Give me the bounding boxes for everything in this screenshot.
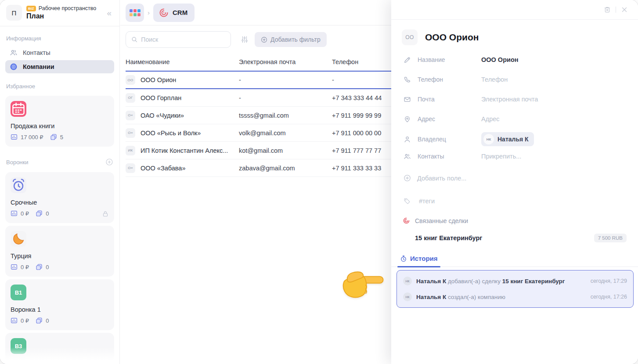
close-icon[interactable] [620,6,628,14]
history-text: Наталья К добавил(-а) сделку 15 книг Ека… [416,278,586,285]
funnel-icon [11,177,26,193]
card-title: Воронка 3 [11,360,109,364]
search-icon [131,36,137,43]
history-entry[interactable]: НК Наталья К создал(-а) компанию сегодня… [397,289,633,305]
column-header-email[interactable]: Электронная почта [239,58,332,65]
lock-icon [102,210,109,217]
field-value[interactable]: Электронная почта [481,96,538,103]
field-icon [404,56,411,64]
card-count: 5 [60,134,63,141]
search-input[interactable] [141,36,225,43]
field-label: Почта [418,96,481,103]
contacts-placeholder[interactable]: Прикрепить... [481,153,521,160]
tab-history[interactable]: История [397,252,440,267]
field-value[interactable]: Телефон [481,76,508,83]
sidebar-item-companies[interactable]: Компании [5,60,114,73]
biz-badge: BIZ [26,6,36,11]
chart-icon [11,263,18,270]
favorite-card-prodazha-knigi[interactable]: Продажа книги 17 000 ₽ 5 [5,96,114,147]
drawer-tabs: История [391,252,638,267]
search-box [126,31,231,48]
card-stats: 0 ₽ 0 [11,210,109,217]
owner-name: Наталья К [497,136,529,143]
owner-row: Владелец НК Наталья К [391,132,638,146]
deals-count-icon [50,133,57,141]
user-icon [404,136,411,143]
chart-icon [11,210,18,217]
apps-grid-icon [130,9,141,16]
tags-row: #теги [391,198,638,205]
workspace-name: План [26,12,101,20]
field-row: Адрес Адрес [391,112,638,126]
field-row: Название ООО Орион [391,53,638,66]
breadcrumb-crm[interactable]: CRM [153,4,195,22]
funnel-card[interactable]: В1 Воронка 1 0 ₽ 0 [5,279,114,330]
sidebar-item-label: Компании [23,63,54,70]
contacts-row: Контакты Прикрепить... [391,150,638,163]
field-row: Почта Электронная почта [391,93,638,106]
globe-icon [10,63,18,71]
column-header-name[interactable]: Наименование [126,58,239,65]
collapse-sidebar-icon[interactable]: « [105,8,113,18]
history-entry[interactable]: НК Наталья К добавил(-а) сделку 15 книг … [397,273,633,289]
company-email: kot@gmail.com [239,147,332,154]
field-list: Название ООО Орион Телефон Телефон Почта… [391,53,638,126]
card-title: Воронка 1 [11,306,109,313]
delete-icon[interactable] [603,6,611,14]
sidebar: П BIZ Рабочее пространство План « Информ… [0,0,120,364]
workspace-header: П BIZ Рабочее пространство План « [0,0,119,25]
funnel-card[interactable]: В3 Воронка 3 0 ₽ 0 [5,333,114,364]
crm-logo-icon [159,7,169,18]
card-stats: 0 ₽ 0 [11,317,109,324]
contacts-label: Контакты [418,153,481,160]
tags-input-placeholder[interactable]: #теги [419,198,435,205]
field-icon [404,96,411,103]
chart-icon [11,317,18,324]
history-text: Наталья К создал(-а) компанию [416,294,586,300]
company-avatar: О« [126,128,135,138]
company-name: ООО Орион [141,76,176,83]
plus-circle-icon [261,36,267,43]
deals-count-icon [36,263,43,270]
company-avatar: ОО [126,75,135,85]
field-label: Название [418,56,481,63]
history-highlight-box: НК Наталья К добавил(-а) сделку 15 книг … [396,270,634,308]
company-name: ООО «Забава» [141,165,185,172]
card-stats: 0 ₽ 0 [11,263,109,270]
add-filter-label: Добавить фильтр [270,36,321,43]
section-label-funnels: Воронки [0,149,119,169]
card-amount: 0 ₽ [21,264,29,270]
add-filter-button[interactable]: Добавить фильтр [255,32,327,47]
tab-history-label: История [410,255,438,262]
funnel-icon: В3 [11,338,26,354]
history-timestamp: сегодня, 17:29 [591,278,627,284]
add-funnel-icon[interactable] [105,158,113,166]
workspace-type-label: Рабочее пространство [39,5,96,11]
company-name: ООО «Рысь и Волк» [141,130,201,137]
funnel-card[interactable]: Турция 0 ₽ 0 [5,226,114,277]
card-count: 0 [46,210,49,217]
workspace-avatar[interactable]: П [6,5,22,21]
actor-avatar: НК [403,292,412,301]
company-email: tssss@gmail.com [239,112,332,119]
funnel-card[interactable]: Срочные 0 ₽ 0 [5,172,114,223]
tag-icon [404,198,411,205]
filter-sliders-icon[interactable] [241,36,249,43]
sidebar-item-contacts[interactable]: Контакты [5,46,114,59]
field-value[interactable]: Адрес [481,115,500,123]
related-deals-label: Связанные сделки [415,217,468,224]
apps-menu-button[interactable] [126,4,144,22]
calendar-icon [11,101,26,117]
company-email: zabava@gmail.com [239,165,332,172]
add-field-button[interactable]: Добавить поле... [391,174,638,182]
related-deals-header: Связанные сделки [391,217,638,224]
field-value[interactable]: ООО Орион [481,56,519,63]
deal-row[interactable]: 15 книг Екатеринбург 7 500 RUB [391,234,638,242]
people-icon [404,153,411,160]
plus-circle-icon [404,174,411,182]
owner-chip[interactable]: НК Наталья К [481,132,534,146]
actor-avatar: НК [403,277,412,285]
funnel-icon [11,231,26,247]
field-icon [404,115,411,123]
field-label: Телефон [418,76,481,83]
